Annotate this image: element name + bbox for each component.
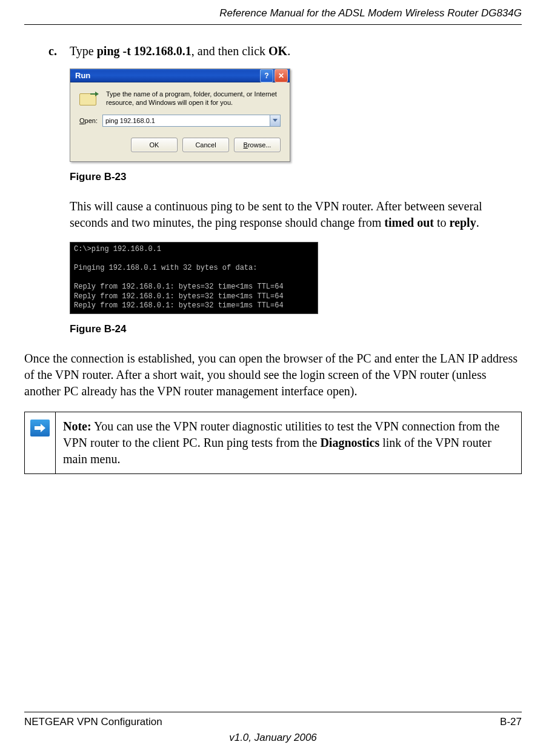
note-arrow-icon <box>30 420 50 437</box>
titlebar: Run ? ✕ <box>70 69 290 82</box>
step-marker: c. <box>48 43 70 59</box>
footer-version: v1.0, January 2006 <box>24 732 522 744</box>
open-value: ping 192.168.0.1 <box>105 117 155 124</box>
dialog-title: Run <box>75 71 90 80</box>
step-cmd: ping -t 192.168.0.1 <box>97 44 191 58</box>
paragraph-ping-desc: This will cause a continuous ping to be … <box>70 198 522 231</box>
step-pre: Type <box>70 44 97 58</box>
page-header: Reference Manual for the ADSL Modem Wire… <box>24 0 522 25</box>
paragraph-connection: Once the connection is established, you … <box>24 350 522 400</box>
step-c: c. Type ping -t 192.168.0.1, and then cl… <box>48 43 522 59</box>
chevron-down-icon[interactable] <box>270 115 280 126</box>
help-icon[interactable]: ? <box>260 69 273 82</box>
ok-button[interactable]: OK <box>131 138 178 152</box>
run-dialog: Run ? ✕ Type the name of a program, fold… <box>70 69 290 162</box>
close-icon[interactable]: ✕ <box>275 69 288 82</box>
cancel-button[interactable]: Cancel <box>182 138 229 152</box>
run-icon <box>79 91 99 105</box>
dialog-desc: Type the name of a program, folder, docu… <box>106 90 281 107</box>
step-mid: , and then click <box>191 44 268 58</box>
step-ok: OK <box>268 44 287 58</box>
figure-b24-caption: Figure B-24 <box>70 323 522 335</box>
step-end: . <box>287 44 290 58</box>
step-text: Type ping -t 192.168.0.1, and then click… <box>70 43 522 59</box>
terminal-output: C:\>ping 192.168.0.1 Pinging 192.168.0.1… <box>70 242 318 314</box>
note-box: Note: You can use the VPN router diagnos… <box>24 412 522 474</box>
open-combobox[interactable]: ping 192.168.0.1 <box>102 115 281 127</box>
footer-left: NETGEAR VPN Configuration <box>24 716 162 728</box>
note-text: Note: You can use the VPN router diagnos… <box>56 412 521 473</box>
open-label: Open: <box>79 117 98 124</box>
footer-right: B-27 <box>500 716 522 728</box>
figure-b23-caption: Figure B-23 <box>70 171 522 183</box>
browse-button[interactable]: Browse... <box>234 138 281 152</box>
